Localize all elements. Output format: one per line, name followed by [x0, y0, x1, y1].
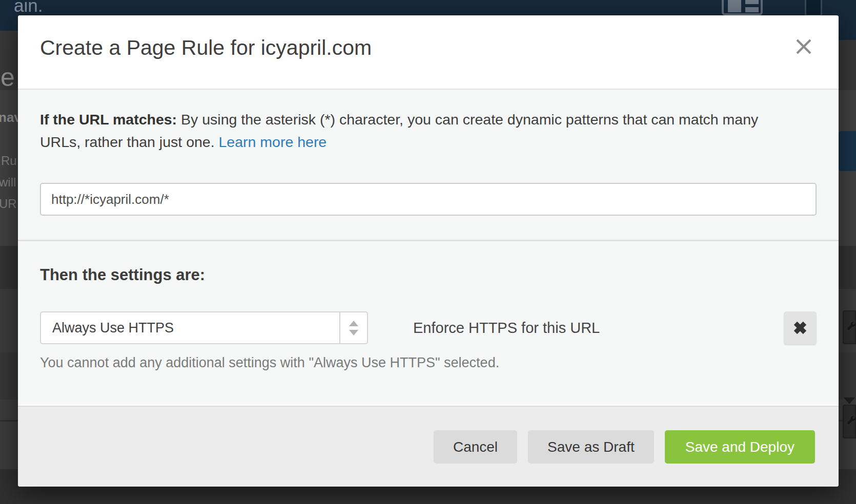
backdrop-navbar-text: ain.	[14, 0, 43, 16]
backdrop-navbar-right	[837, 0, 856, 40]
backdrop-text-fragment: will	[0, 175, 16, 190]
modal-footer: Cancel Save as Draft Save and Deploy	[18, 406, 839, 487]
close-icon	[793, 36, 814, 57]
learn-more-link[interactable]: Learn more here	[219, 134, 327, 150]
layout-icon	[722, 0, 763, 15]
modal-header: Create a Page Rule for icyapril.com	[18, 15, 839, 90]
setting-row: Always Use HTTPS Enforce HTTPS for this …	[40, 311, 817, 344]
wrench-icon	[847, 416, 856, 425]
url-match-section: If the URL matches: By using the asteris…	[18, 90, 839, 240]
device-icon	[805, 0, 822, 16]
modal-title: Create a Page Rule for icyapril.com	[40, 36, 372, 60]
backdrop-edit-button	[843, 405, 856, 438]
backdrop-text-fragment: Ru	[1, 154, 17, 168]
setting-helper-text: You cannot add any additional settings w…	[40, 355, 499, 371]
page-rule-modal: Create a Page Rule for icyapril.com If t…	[18, 15, 839, 487]
setting-description: Enforce HTTPS for this URL	[413, 320, 600, 337]
arrow-up-icon	[349, 321, 358, 326]
remove-x-icon	[791, 319, 809, 337]
url-match-label: If the URL matches:	[40, 111, 177, 128]
select-arrows-icon	[339, 312, 367, 343]
setting-select[interactable]: Always Use HTTPS	[40, 311, 368, 344]
arrow-down-icon	[349, 330, 358, 335]
settings-heading: Then the settings are:	[40, 266, 205, 284]
save-and-deploy-button[interactable]: Save and Deploy	[665, 430, 815, 464]
remove-setting-button[interactable]	[784, 311, 817, 344]
save-as-draft-button[interactable]: Save as Draft	[528, 430, 654, 464]
settings-section: Then the settings are: Always Use HTTPS …	[18, 240, 839, 405]
backdrop-heading-fragment: e	[1, 62, 15, 92]
wrench-icon	[847, 322, 856, 331]
setting-select-value: Always Use HTTPS	[41, 320, 174, 336]
close-button[interactable]	[792, 36, 815, 58]
cancel-button[interactable]: Cancel	[434, 430, 517, 464]
backdrop-edit-button	[843, 310, 856, 344]
url-match-description: If the URL matches: By using the asteris…	[40, 108, 783, 153]
chevron-down-icon	[844, 397, 855, 404]
url-pattern-input[interactable]	[40, 183, 817, 216]
backdrop-blue-button	[839, 131, 856, 171]
backdrop-text-fragment: UR	[0, 197, 17, 211]
